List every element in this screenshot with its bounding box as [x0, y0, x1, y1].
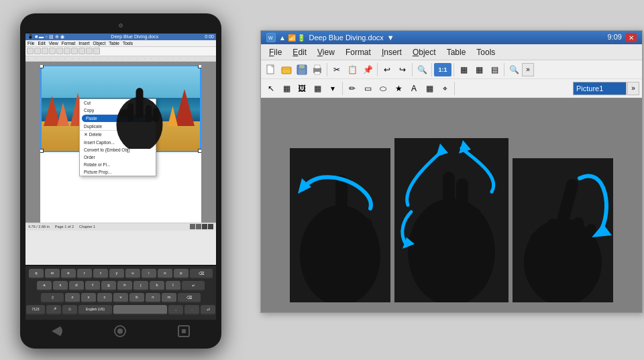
key-g[interactable]: g [101, 281, 116, 291]
tb-new-doc[interactable] [264, 62, 278, 77]
tablet-menu-tools[interactable]: Tools [123, 41, 133, 46]
key-h[interactable]: h [117, 281, 132, 291]
menu-insert[interactable]: Insert [376, 46, 407, 59]
tb-paste[interactable] [71, 48, 78, 54]
ctx-convert[interactable]: Convert to (Embed Obj) [80, 146, 156, 154]
tb-text-tool[interactable]: A [407, 81, 421, 96]
key-numbers[interactable]: 7123 [26, 305, 45, 315]
key-s[interactable]: s [53, 281, 68, 291]
tb-find[interactable] [93, 48, 100, 54]
key-m[interactable]: m [162, 293, 176, 303]
key-del[interactable]: ⌫ [178, 293, 201, 303]
tb-shape-tool[interactable]: ▦ [310, 81, 325, 96]
tablet-menu-object[interactable]: Object [93, 41, 106, 46]
nav-back-btn[interactable] [52, 325, 62, 337]
menu-object[interactable]: Object [407, 46, 441, 59]
tablet-menu-format[interactable]: Format [62, 41, 76, 46]
tb-redo[interactable] [86, 48, 93, 54]
key-a[interactable]: a [37, 281, 52, 291]
tb-cut[interactable] [56, 48, 63, 54]
tb-view3[interactable]: ▤ [487, 62, 502, 77]
tablet-menu-edit[interactable]: Edit [38, 41, 45, 46]
menu-tools[interactable]: Tools [471, 46, 500, 59]
tb-more1[interactable]: » [522, 63, 534, 76]
key-y[interactable]: y [109, 269, 124, 279]
tb-print-doc[interactable] [310, 62, 325, 77]
tablet-menu-table[interactable]: Table [109, 41, 119, 46]
key-z[interactable]: z [65, 293, 80, 303]
tb-find-tool[interactable]: 🔍 [415, 62, 429, 77]
tb-pen-tool[interactable]: ✏ [345, 81, 360, 96]
tb-arrow-tool[interactable]: ▾ [325, 81, 340, 96]
menu-file[interactable]: File [264, 46, 287, 59]
menu-format[interactable]: Format [340, 46, 376, 59]
ctx-insert-caption[interactable]: Insert Caption... [80, 139, 156, 146]
tb-open[interactable] [34, 48, 41, 54]
tb-print[interactable] [49, 48, 56, 54]
tb-view2[interactable]: ▦ [472, 62, 486, 77]
key-u[interactable]: u [125, 269, 140, 279]
tb-save[interactable] [42, 48, 48, 54]
window-dropdown-icon[interactable]: ▼ [387, 34, 394, 42]
tb-view1[interactable]: ▦ [456, 62, 471, 77]
key-enter[interactable]: ↵ [182, 281, 205, 291]
key-backspace[interactable]: ⌫ [190, 269, 213, 279]
ctx-order[interactable]: Order [80, 154, 156, 161]
key-comma[interactable]: , [168, 305, 183, 315]
tablet-menu-file[interactable]: File [28, 41, 34, 46]
key-lang[interactable]: English (US) [78, 305, 112, 315]
tb-undo[interactable] [78, 48, 85, 54]
ctx-copy[interactable]: CopyCtrl+C [80, 107, 156, 114]
menu-table[interactable]: Table [441, 46, 472, 59]
nav-recents-btn[interactable] [178, 325, 190, 337]
tb-cut-tool[interactable]: ✂ [329, 62, 344, 77]
key-w[interactable]: w [45, 269, 60, 279]
key-shift[interactable]: ⇧ [41, 293, 64, 303]
key-x[interactable]: x [81, 293, 96, 303]
key-j[interactable]: j [133, 281, 148, 291]
key-q[interactable]: q [29, 269, 44, 279]
tb-table-tool[interactable]: ▦ [279, 81, 294, 96]
key-v[interactable]: v [113, 293, 128, 303]
tb-image-tool[interactable]: 🖼 [294, 81, 309, 96]
tb-new[interactable] [27, 48, 34, 54]
key-c[interactable]: c [97, 293, 112, 303]
tablet-menu-insert[interactable]: Insert [78, 41, 89, 46]
tb-star-tool[interactable]: ★ [391, 81, 406, 96]
key-return[interactable]: ⏎ [201, 305, 215, 315]
key-emoji[interactable]: ☺ [62, 305, 77, 315]
key-mic[interactable]: 🎤 [46, 305, 61, 315]
menu-edit[interactable]: Edit [287, 46, 312, 59]
menu-view[interactable]: View [312, 46, 340, 59]
ctx-duplicate[interactable]: Duplicate [80, 123, 156, 130]
nav-home-btn[interactable] [114, 325, 126, 337]
key-r[interactable]: r [77, 269, 92, 279]
name-box[interactable]: Picture1 [573, 82, 627, 95]
tb-undo-tool[interactable]: ↩ [380, 62, 394, 77]
ctx-delete[interactable]: ✕ Delete [80, 130, 156, 139]
key-d[interactable]: d [69, 281, 84, 291]
tb-copy[interactable] [64, 48, 70, 54]
key-e[interactable]: e [61, 269, 76, 279]
tb-copy-tool[interactable]: 📋 [345, 62, 360, 77]
key-p[interactable]: p [174, 269, 189, 279]
key-period[interactable]: . [184, 305, 199, 315]
window-close-btn[interactable]: ✕ [626, 33, 637, 42]
tb-more2[interactable]: » [627, 82, 639, 95]
key-k[interactable]: k [150, 281, 164, 291]
tb-crosshair-tool[interactable]: ⌖ [437, 81, 452, 96]
key-i[interactable]: i [142, 269, 156, 279]
tablet-menu-view[interactable]: View [49, 41, 58, 46]
key-n[interactable]: n [146, 293, 160, 303]
key-o[interactable]: o [158, 269, 172, 279]
key-b[interactable]: b [129, 293, 144, 303]
tb-flow-tool[interactable]: ▦ [422, 81, 437, 96]
ctx-picture-props[interactable]: Picture Prop... [80, 168, 156, 176]
tb-paste-tool[interactable]: 📌 [360, 62, 375, 77]
ctx-rotate[interactable]: Rotate or Fl... [80, 161, 156, 168]
ctx-cut[interactable]: CutCtrl+X [80, 99, 156, 107]
ctx-paste[interactable]: PasteCtrl+V [82, 115, 154, 122]
key-t[interactable]: t [93, 269, 108, 279]
tb-zoom-tool[interactable]: 🔍 [506, 62, 521, 77]
tb-redo-tool[interactable]: ↪ [395, 62, 410, 77]
